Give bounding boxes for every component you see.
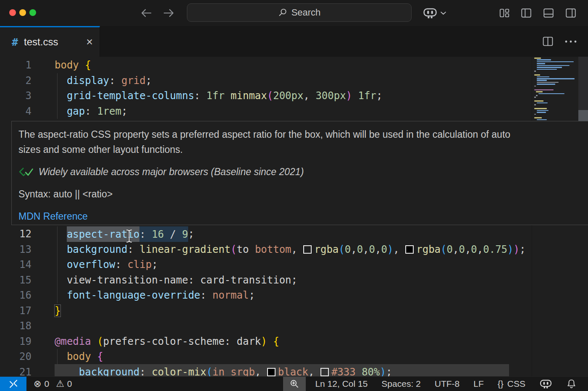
copilot-icon xyxy=(539,378,552,389)
arrow-right-icon xyxy=(163,7,175,19)
eol-sequence[interactable]: LF xyxy=(473,379,484,389)
search-icon xyxy=(278,8,287,17)
tooltip-syntax: Syntax: auto || <ratio> xyxy=(18,186,588,202)
navigate-forward-button[interactable] xyxy=(162,6,176,20)
indent-guide xyxy=(69,365,70,376)
indentation[interactable]: Spaces: 2 xyxy=(381,379,420,389)
code-line: 1body { xyxy=(0,58,588,73)
title-bar: Search xyxy=(0,0,588,26)
ellipsis-icon xyxy=(564,40,577,43)
line-number: 20 xyxy=(0,349,32,365)
chevron-down-icon xyxy=(440,11,446,15)
notifications-button[interactable] xyxy=(566,378,577,389)
warnings-count: 0 xyxy=(67,379,72,389)
code-line: 2 display: grid; xyxy=(0,73,588,89)
indent-guide xyxy=(57,349,58,365)
line-number: 18 xyxy=(0,318,32,334)
indent-guide xyxy=(57,88,58,104)
toggle-secondary-sidebar-button[interactable] xyxy=(565,7,577,19)
tooltip-description: The aspect-ratio CSS property sets a pre… xyxy=(18,127,588,157)
line-number: 12 xyxy=(0,226,32,242)
copilot-menu-button[interactable] xyxy=(423,7,446,19)
language-mode[interactable]: {} CSS xyxy=(498,379,525,389)
tooltip-description-line1: The aspect-ratio CSS property sets a pre… xyxy=(18,129,510,140)
vscode-window: Search xyxy=(0,0,588,391)
color-swatch[interactable] xyxy=(320,368,329,376)
status-bar: ⊗ 0 ⚠ 0 Ln 12, Col 15 Spaces: 2 UTF-8 LF… xyxy=(0,376,588,391)
indent-guide xyxy=(57,273,58,288)
indent-guide xyxy=(57,242,58,257)
color-swatch[interactable] xyxy=(405,245,414,254)
panel-right-icon xyxy=(565,7,577,19)
toggle-panel-button[interactable] xyxy=(543,7,554,19)
indent-guide xyxy=(57,104,58,119)
code-line: 14 overflow: clip; xyxy=(0,257,588,273)
errors-count: 0 xyxy=(44,379,49,389)
language-label: CSS xyxy=(507,379,525,389)
editor-actions xyxy=(542,26,588,57)
status-bar-right: Ln 12, Col 15 Spaces: 2 UTF-8 LF {} CSS xyxy=(283,377,588,391)
code-line: 16 font-language-override: normal; xyxy=(0,288,588,303)
color-swatch[interactable] xyxy=(303,245,312,254)
code-line: 21 background: color-mix(in srgb, black,… xyxy=(0,365,588,376)
errors-icon: ⊗ xyxy=(34,378,41,389)
split-editor-icon xyxy=(542,36,554,47)
zoom-indicator[interactable] xyxy=(283,377,306,391)
bell-icon xyxy=(566,378,577,389)
line-number: 15 xyxy=(0,273,32,288)
css-file-icon: # xyxy=(12,36,18,48)
indent-guide xyxy=(57,257,58,273)
indent-guide xyxy=(57,365,58,376)
code-line: 13 background: linear-gradient(to bottom… xyxy=(0,242,588,257)
more-actions-button[interactable] xyxy=(564,40,577,43)
encoding[interactable]: UTF-8 xyxy=(435,379,460,389)
code-line: 17} xyxy=(0,303,588,319)
mouse-cursor-ibeam xyxy=(126,229,133,243)
problems-indicator[interactable]: ⊗ 0 ⚠ 0 xyxy=(34,378,76,389)
tab-test-css[interactable]: # test.css × xyxy=(0,26,100,57)
line-number: 21 xyxy=(0,365,32,376)
mdn-reference-link[interactable]: MDN Reference xyxy=(18,209,88,224)
editor-tab-strip: # test.css × xyxy=(0,26,588,57)
command-center-search[interactable]: Search xyxy=(187,3,412,22)
line-number: 13 xyxy=(0,242,32,257)
line-number: 1 xyxy=(0,58,32,73)
line-number: 3 xyxy=(0,88,32,104)
toggle-primary-sidebar-button[interactable] xyxy=(520,7,532,19)
remote-indicator[interactable] xyxy=(0,377,26,391)
line-number: 2 xyxy=(0,73,32,89)
line-number: 19 xyxy=(0,334,32,349)
braces-icon: {} xyxy=(498,379,504,389)
split-editor-button[interactable] xyxy=(542,36,554,47)
tab-label: test.css xyxy=(24,36,58,48)
code-line: 20 body { xyxy=(0,349,588,365)
color-swatch[interactable] xyxy=(267,368,276,376)
code-line: 3 grid-template-columns: 1fr minmax(200p… xyxy=(0,88,588,104)
cursor-position[interactable]: Ln 12, Col 15 xyxy=(315,379,368,389)
indent-guide xyxy=(57,226,58,242)
panel-left-icon xyxy=(520,7,532,19)
indent-guide xyxy=(57,288,58,303)
minimize-window-button[interactable] xyxy=(19,9,26,16)
window-controls xyxy=(9,9,36,16)
zoom-in-icon xyxy=(289,379,299,389)
copilot-status-button[interactable] xyxy=(539,378,552,389)
panel-bottom-icon xyxy=(543,7,554,19)
code-line: 4 gap: 1rem; xyxy=(0,104,588,119)
arrow-left-icon xyxy=(140,7,152,19)
close-tab-button[interactable]: × xyxy=(86,37,93,48)
remote-icon xyxy=(8,379,18,389)
copilot-icon xyxy=(423,7,438,19)
navigate-back-button[interactable] xyxy=(139,6,153,20)
line-number: 4 xyxy=(0,104,32,119)
customize-layout-button[interactable] xyxy=(499,7,510,19)
search-placeholder: Search xyxy=(291,7,321,18)
close-window-button[interactable] xyxy=(9,9,16,16)
baseline-status: Widely available across major browsers (… xyxy=(18,164,588,179)
customize-layout-icon xyxy=(499,7,510,19)
line-number: 14 xyxy=(0,257,32,273)
maximize-window-button[interactable] xyxy=(29,9,36,16)
baseline-text: Widely available across major browsers (… xyxy=(39,166,304,178)
hover-tooltip: The aspect-ratio CSS property sets a pre… xyxy=(11,121,588,225)
warnings-icon: ⚠ xyxy=(56,378,64,389)
